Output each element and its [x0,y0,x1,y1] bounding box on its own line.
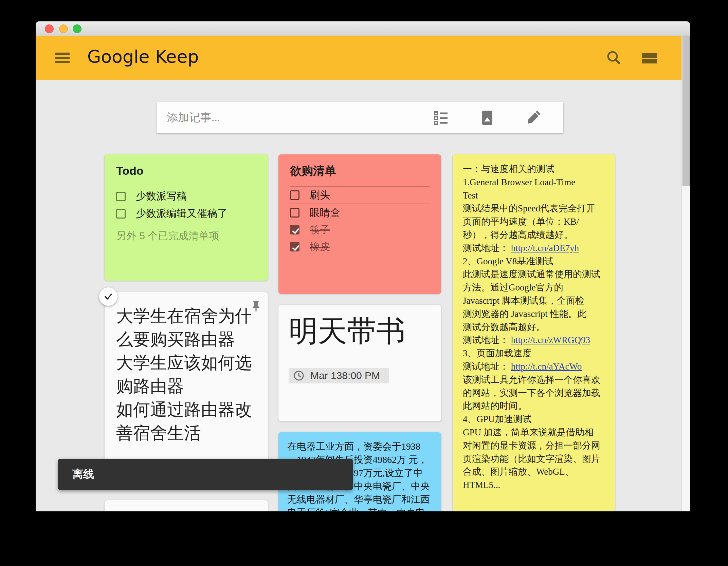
completed-items-summary[interactable]: 另外 5 个已完成清单项 [116,229,256,243]
checklist-item-label: 刷头 [310,188,330,202]
note-hyperlink[interactable]: http://t.cn/aDE7yh [511,243,579,253]
new-drawing-icon[interactable] [525,109,542,127]
reminder-label: Mar 138:00 PM [310,370,380,381]
note-title: 明天带书 [289,314,431,348]
checkbox-unchecked[interactable] [290,208,299,218]
compose-placeholder[interactable]: 添加记事... [167,110,432,125]
compose-note-bar[interactable]: 添加记事... [157,102,563,133]
single-column-view-icon[interactable] [640,49,658,67]
search-icon[interactable] [605,49,623,67]
checklist-item[interactable]: 眼睛盒 [290,204,430,221]
window-close-button[interactable] [45,24,54,33]
note-title: Todo [116,163,256,178]
hamburger-menu-icon[interactable] [55,53,70,63]
window-minimize-button[interactable] [59,24,68,33]
check-badge-icon[interactable] [99,287,117,306]
note-card-speed-tests[interactable]: 一：与速度相关的测试 1.General Browser Load-Time T… [453,154,615,511]
checklist-item-label: 橡皮 [310,240,330,254]
clock-icon [293,370,304,381]
pin-icon[interactable] [250,300,262,314]
note-card-bring-books[interactable]: 明天带书 Mar 138:00 PM [278,305,441,421]
header-actions [605,49,658,67]
note-card-todo[interactable]: Todo 少数派写稿少数派编辑又催稿了 另外 5 个已完成清单项 [105,154,268,281]
checkbox-checked[interactable] [290,242,299,251]
note-body: 大学生在宿舍为什么要购买路由器 大学生应该如何选购路由器 如何通过路由器改善宿舍… [116,304,256,445]
scrollbar-thumb[interactable] [682,36,690,186]
checklist-item[interactable]: 少数派写稿 [116,188,256,205]
checkbox-unchecked[interactable] [116,192,126,201]
checklist-item[interactable]: 少数派编辑又催稿了 [116,205,256,222]
reminder-chip[interactable]: Mar 138:00 PM [289,368,389,383]
window-titlebar [36,21,690,36]
note-card-router[interactable]: 大学生在宿舍为什么要购买路由器 大学生应该如何选购路由器 如何通过路由器改善宿舍… [105,292,268,482]
shopping-checklist: 刷头眼睛盒筷子橡皮 [290,186,430,255]
note-hyperlink[interactable]: http://t.cn/aYAcWo [511,361,582,372]
screenshot-root: { "colors": { "header": "#fbbc2c", "note… [0,0,728,566]
checklist-item-label: 少数派写稿 [136,189,187,203]
note-card-partial[interactable] [105,500,268,511]
vertical-scrollbar[interactable] [681,36,690,511]
checklist-item[interactable]: 橡皮 [290,238,430,255]
window-zoom-button[interactable] [73,24,81,33]
note-body: 一：与速度相关的测试 1.General Browser Load-Time T… [463,163,605,492]
checklist-item-label: 筷子 [310,223,330,237]
app-title: Google Keep [87,46,199,67]
app-header: Google Keep [36,36,682,80]
checklist-item-label: 少数派编辑又催稿了 [136,207,228,221]
compose-actions [432,109,542,127]
toast-message: 离线 [72,467,94,482]
todo-checklist: 少数派写稿少数派编辑又催稿了 [116,188,256,222]
checklist-item-label: 眼睛盒 [310,206,340,220]
app-window: Google Keep 添加记事... [36,21,690,511]
new-image-note-icon[interactable] [478,109,496,127]
checkbox-unchecked[interactable] [290,190,299,200]
checklist-item[interactable]: 筷子 [290,221,430,238]
note-hyperlink[interactable]: http://t.cn/zWRGQ93 [511,335,590,345]
new-list-icon[interactable] [432,109,450,127]
offline-toast: 离线 [58,459,353,490]
note-title: 欲购清单 [290,163,430,178]
checklist-item[interactable]: 刷头 [290,186,430,204]
checkbox-unchecked[interactable] [116,209,126,219]
note-card-shopping-list[interactable]: 欲购清单 刷头眼睛盒筷子橡皮 [278,154,441,294]
checkbox-checked[interactable] [290,225,299,234]
